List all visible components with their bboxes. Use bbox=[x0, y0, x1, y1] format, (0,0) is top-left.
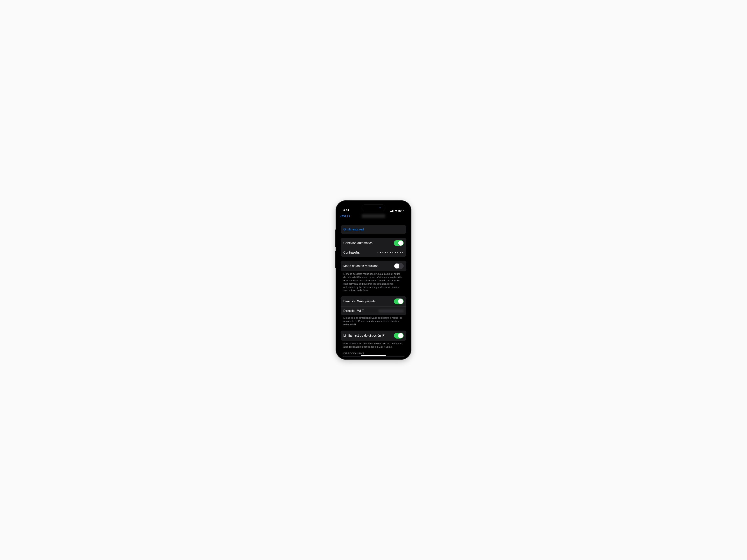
auto-join-toggle[interactable] bbox=[394, 240, 404, 246]
limit-tracking-toggle[interactable] bbox=[394, 333, 404, 339]
configure-ip-row[interactable]: Configurar IP Automático › bbox=[341, 356, 406, 357]
cellular-icon bbox=[390, 210, 394, 212]
back-label: Wi-Fi bbox=[342, 214, 350, 218]
private-addr-footer: El uso de una dirección privada contribu… bbox=[341, 315, 406, 326]
low-data-footer: El modo de datos reducidos ayuda a dismi… bbox=[341, 271, 406, 292]
low-data-toggle[interactable] bbox=[394, 263, 404, 269]
private-addr-label: Dirección Wi-Fi privada bbox=[343, 300, 376, 303]
status-right: 70 bbox=[390, 210, 404, 212]
limit-tracking-row: Limitar rastreo de dirección IP bbox=[341, 330, 406, 341]
limit-tracking-footer: Puedes limitar el rastreo de tu direcció… bbox=[341, 341, 406, 349]
battery-icon: 70 bbox=[398, 210, 404, 212]
wifi-icon bbox=[394, 210, 397, 212]
phone-frame: 8:02 70 ‹ Wi-Fi bbox=[336, 200, 411, 360]
auto-join-row: Conexión automática bbox=[341, 238, 406, 248]
limit-tracking-label: Limitar rastreo de dirección IP bbox=[343, 334, 385, 337]
status-time: 8:02 bbox=[343, 209, 349, 212]
wifi-addr-redacted bbox=[378, 309, 404, 313]
password-row[interactable]: Contraseña • • • • • • • • • • • bbox=[341, 248, 406, 257]
wifi-addr-row[interactable]: Dirección Wi-Fi bbox=[341, 306, 406, 315]
low-data-row: Modo de datos reducidos bbox=[341, 261, 406, 271]
wifi-addr-label: Dirección Wi-Fi bbox=[343, 309, 364, 313]
auto-join-label: Conexión automática bbox=[343, 241, 372, 245]
private-addr-row: Dirección Wi-Fi privada bbox=[341, 296, 406, 306]
password-mask: • • • • • • • • • • • bbox=[378, 251, 404, 254]
forget-network-button[interactable]: Omitir esta red bbox=[341, 225, 406, 234]
private-addr-toggle[interactable] bbox=[394, 298, 404, 304]
screen: 8:02 70 ‹ Wi-Fi bbox=[338, 203, 409, 357]
status-bar: 8:02 70 bbox=[338, 203, 409, 213]
low-data-label: Modo de datos reducidos bbox=[343, 264, 378, 268]
password-label: Contraseña bbox=[343, 251, 360, 254]
home-indicator[interactable] bbox=[361, 355, 386, 356]
nav-bar: ‹ Wi-Fi bbox=[338, 213, 409, 220]
settings-content[interactable]: Omitir esta red Conexión automática Cont… bbox=[338, 220, 409, 357]
chevron-left-icon: ‹ bbox=[340, 214, 342, 218]
page-title-redacted bbox=[362, 214, 385, 218]
back-button[interactable]: ‹ Wi-Fi bbox=[340, 214, 350, 218]
